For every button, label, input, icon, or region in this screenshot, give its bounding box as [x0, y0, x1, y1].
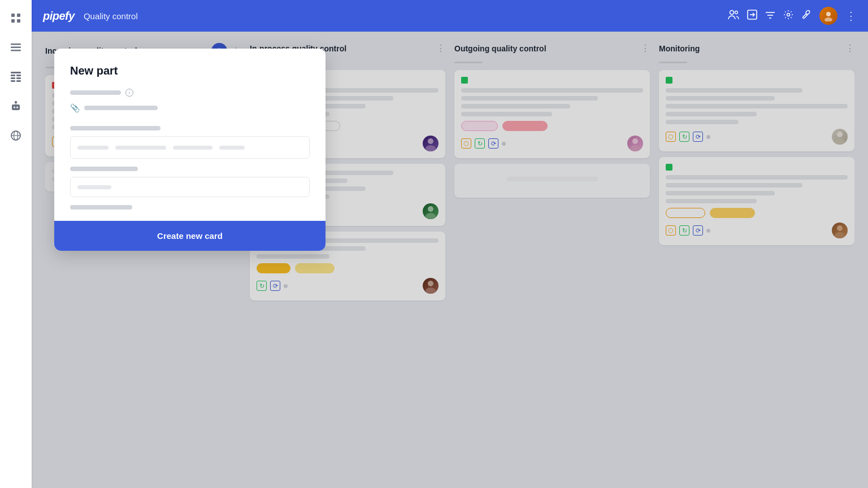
settings-icon[interactable] [783, 10, 793, 23]
svg-point-43 [835, 138, 845, 145]
svg-rect-11 [16, 77, 21, 79]
card-line [666, 104, 848, 108]
card-line [461, 104, 570, 108]
board-area: Incoming quality control + ⋮ [32, 32, 868, 488]
footer-icons: ↻ ⟳ [257, 281, 288, 291]
card-pills [461, 121, 643, 131]
sidebar-item-bot[interactable] [7, 97, 25, 115]
main-area: pipefy Quality control [32, 0, 868, 488]
col2-menu-icon[interactable]: ⋮ [436, 43, 445, 54]
svg-point-38 [428, 281, 433, 286]
column-monitoring: Monitoring ⋮ ⬡ [659, 43, 854, 477]
footer-dot [284, 284, 288, 288]
svg-point-35 [426, 145, 436, 151]
sidebar-item-list[interactable] [7, 38, 25, 56]
card-c8[interactable]: ⬡ ↻ ⟳ [659, 70, 854, 151]
card-c9-footer: ⬡ ↻ ⟳ [666, 223, 848, 238]
card-line [666, 175, 848, 180]
svg-point-29 [787, 13, 790, 16]
svg-point-37 [426, 213, 436, 219]
sidebar-item-table[interactable] [7, 68, 25, 86]
import-icon[interactable] [747, 10, 757, 23]
card-c9[interactable]: ⬡ ↻ ⟳ [659, 157, 854, 245]
card-c7[interactable] [454, 164, 650, 198]
col4-header: Monitoring ⋮ [659, 43, 854, 54]
sidebar-item-grid[interactable] [7, 9, 25, 27]
card-line [257, 254, 329, 259]
footer-icon-green[interactable]: ↻ [475, 138, 485, 149]
svg-rect-9 [16, 75, 21, 76]
footer-icons: ⬡ ↻ ⟳ [666, 132, 710, 142]
column-outgoing: Outgoing quality control ⋮ [454, 43, 650, 477]
svg-rect-1 [17, 14, 20, 17]
modal-body: New part i 📎 [54, 49, 326, 221]
card-line [666, 88, 802, 93]
modal-title: New part [70, 64, 310, 77]
sidebar-item-globe[interactable] [7, 127, 25, 145]
footer-icon-orange[interactable]: ⬡ [666, 132, 676, 142]
svg-point-42 [837, 132, 843, 137]
footer-dot [706, 135, 710, 139]
wrench-icon[interactable] [801, 10, 811, 23]
col3-title: Outgoing quality control [454, 44, 636, 53]
svg-point-15 [14, 107, 15, 108]
footer-icon-blue[interactable]: ⟳ [270, 281, 280, 291]
footer-icon-green[interactable]: ↻ [679, 132, 689, 142]
card-line [666, 120, 739, 124]
svg-point-41 [630, 145, 640, 151]
user-avatar[interactable] [819, 7, 837, 25]
pill-pink-outline [461, 121, 498, 131]
more-menu-icon[interactable]: ⋮ [845, 9, 857, 23]
form-section-label-2 [70, 167, 138, 171]
ghost-bar [219, 146, 245, 150]
footer-icon-green[interactable]: ↻ [679, 225, 689, 236]
card-line [461, 96, 598, 101]
svg-rect-3 [17, 19, 20, 23]
footer-icon-orange[interactable]: ⬡ [461, 138, 471, 149]
card-avatar [832, 223, 848, 238]
svg-rect-14 [12, 104, 20, 110]
card-line [666, 183, 802, 188]
svg-rect-13 [16, 80, 21, 82]
card-avatar [423, 203, 439, 219]
footer-icon-orange[interactable]: ⬡ [666, 225, 676, 236]
svg-rect-4 [11, 43, 21, 45]
info-icon: i [125, 89, 133, 97]
card-avatar [423, 278, 439, 294]
footer-icon-green[interactable]: ↻ [257, 281, 267, 291]
footer-icon-blue[interactable]: ⟳ [488, 138, 498, 149]
input-placeholder [77, 146, 245, 150]
col4-menu-icon[interactable]: ⋮ [845, 43, 854, 54]
dot-green [461, 77, 468, 84]
card-line [666, 191, 775, 195]
create-card-button[interactable]: Create new card [54, 221, 326, 251]
form-row-1: i [70, 89, 310, 97]
form-attach-bar [84, 106, 158, 110]
card-c6[interactable]: ⬡ ↻ ⟳ [454, 70, 650, 158]
svg-point-16 [16, 107, 18, 108]
sidebar [0, 0, 32, 488]
card-c8-dots [666, 77, 848, 84]
form-input-2[interactable] [70, 177, 310, 197]
footer-icon-blue[interactable]: ⟳ [693, 225, 703, 236]
form-input-1[interactable] [70, 136, 310, 159]
filter-icon[interactable] [765, 10, 775, 22]
header: pipefy Quality control [32, 0, 868, 32]
pill-yellow [295, 263, 335, 273]
form-label-bar-1 [70, 90, 121, 95]
col3-menu-icon[interactable]: ⋮ [641, 43, 650, 54]
svg-rect-12 [11, 80, 15, 82]
footer-icons: ⬡ ↻ ⟳ [666, 225, 710, 236]
people-icon[interactable] [728, 10, 739, 23]
card-c6-dots [461, 77, 643, 84]
header-left: pipefy Quality control [43, 10, 138, 23]
svg-rect-6 [11, 50, 21, 51]
footer-icon-blue[interactable]: ⟳ [693, 132, 703, 142]
svg-rect-0 [11, 14, 15, 17]
svg-point-36 [428, 206, 433, 212]
pipefy-logo: pipefy [43, 10, 75, 23]
card-line [507, 177, 598, 181]
form-section-label-1 [70, 126, 160, 130]
svg-point-23 [735, 11, 738, 14]
svg-rect-10 [11, 77, 15, 79]
